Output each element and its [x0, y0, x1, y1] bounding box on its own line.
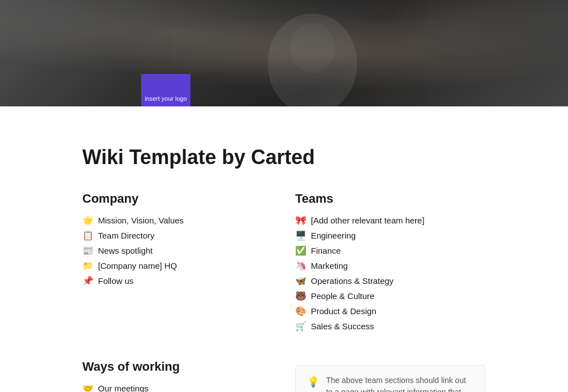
nav-label: Finance	[311, 246, 341, 255]
emoji-icon: 📋	[82, 230, 94, 241]
emoji-icon: 📁	[82, 260, 94, 271]
list-item[interactable]: 🦋 Operations & Strategy	[295, 276, 486, 286]
nav-label: Engineering	[311, 231, 356, 240]
list-item[interactable]: 📰 News spotlight	[82, 245, 273, 256]
list-item[interactable]: ✅ Finance	[295, 245, 486, 256]
bottom-columns: Ways of working 🤝 Our meetings 📅 Meeting…	[82, 354, 486, 392]
page-title: Wiki Template by Carted	[82, 140, 486, 169]
list-item[interactable]: 🦄 Marketing	[295, 260, 486, 271]
list-item[interactable]: 🤝 Our meetings	[82, 383, 273, 392]
list-item[interactable]: 🛒 Sales & Success	[295, 321, 486, 332]
emoji-icon: 🦋	[295, 276, 306, 286]
list-item[interactable]: 📋 Team Directory	[82, 230, 273, 241]
list-item[interactable]: 🎀 [Add other relevant team here]	[295, 215, 486, 226]
emoji-icon: 🌟	[82, 215, 94, 226]
list-item[interactable]: 🌟 Mission, Vision, Values	[82, 215, 273, 226]
company-section: Company 🌟 Mission, Vision, Values 📋 Team…	[82, 192, 273, 332]
emoji-icon: 🛒	[295, 321, 306, 332]
page-content: Wiki Template by Carted Company 🌟 Missio…	[71, 106, 497, 392]
emoji-icon: 🎀	[295, 215, 306, 226]
callout-text: The above team sections should link out …	[326, 375, 474, 392]
hero-banner: insert your logo	[0, 0, 568, 106]
nav-label: Product & Design	[311, 306, 376, 316]
svg-rect-4	[426, 0, 569, 106]
nav-label: Mission, Vision, Values	[98, 216, 184, 225]
nav-label: Follow us	[98, 276, 133, 286]
emoji-icon: 🖥️	[295, 230, 306, 241]
emoji-icon: 🐻	[295, 291, 306, 301]
emoji-icon: ✅	[295, 245, 306, 256]
teams-section: Teams 🎀 [Add other relevant team here] 🖥…	[295, 192, 486, 332]
teams-nav-list: 🎀 [Add other relevant team here] 🖥️ Engi…	[295, 215, 486, 332]
nav-label: Operations & Strategy	[311, 276, 394, 286]
list-item[interactable]: 🖥️ Engineering	[295, 230, 486, 241]
emoji-icon: 🎨	[295, 306, 306, 316]
nav-label: [Company name] HQ	[98, 261, 177, 270]
nav-label: [Add other relevant team here]	[311, 216, 425, 225]
nav-label: News spotlight	[98, 246, 153, 255]
ways-section-title: Ways of working	[82, 360, 273, 374]
list-item[interactable]: 📌 Follow us	[82, 276, 273, 286]
svg-point-2	[290, 23, 335, 73]
emoji-icon: 📌	[82, 276, 94, 286]
company-nav-list: 🌟 Mission, Vision, Values 📋 Team Directo…	[82, 215, 273, 286]
top-columns: Company 🌟 Mission, Vision, Values 📋 Team…	[82, 192, 486, 332]
list-item[interactable]: 📁 [Company name] HQ	[82, 260, 273, 271]
emoji-icon: 🤝	[82, 383, 94, 392]
callout-icon: 💡	[307, 376, 319, 388]
callout-box: 💡 The above team sections should link ou…	[295, 365, 486, 392]
emoji-icon: 📰	[82, 245, 94, 256]
nav-label: Team Directory	[98, 231, 155, 240]
list-item[interactable]: 🎨 Product & Design	[295, 306, 486, 316]
nav-label: Sales & Success	[311, 321, 374, 331]
nav-label: Our meetings	[98, 384, 148, 392]
logo-text: insert your logo	[142, 92, 189, 105]
company-section-title: Company	[82, 192, 273, 206]
nav-label: People & Culture	[311, 291, 374, 301]
ways-of-working-section: Ways of working 🤝 Our meetings 📅 Meeting…	[82, 360, 273, 392]
emoji-icon: 🦄	[295, 260, 306, 271]
hero-image	[0, 0, 568, 106]
nav-label: Marketing	[311, 261, 348, 270]
teams-section-title: Teams	[295, 192, 486, 206]
list-item[interactable]: 🐻 People & Culture	[295, 291, 486, 301]
ways-nav-list: 🤝 Our meetings 📅 Meeting free Wednesdays…	[82, 383, 273, 392]
logo-box: insert your logo	[141, 74, 190, 106]
